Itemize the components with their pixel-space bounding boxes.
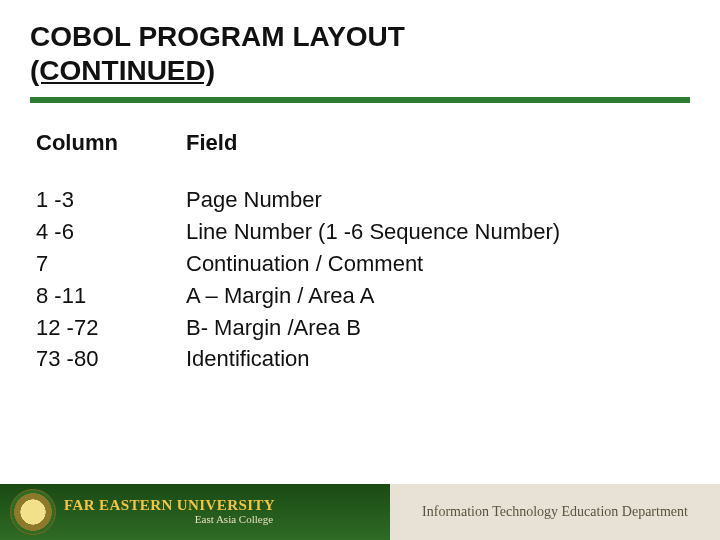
header-field: Field bbox=[186, 130, 666, 156]
layout-table: Column Field 1 -3 4 -6 7 8 -11 12 -72 73… bbox=[36, 130, 666, 375]
header-column: Column bbox=[36, 130, 186, 156]
field-values: Page Number Line Number (1 -6 Sequence N… bbox=[186, 184, 666, 375]
table-header-row: Column Field bbox=[36, 130, 666, 156]
university-name: FAR EASTERN UNIVERSITY bbox=[64, 498, 275, 514]
university-name-block: FAR EASTERN UNIVERSITY East Asia College bbox=[64, 498, 275, 525]
footer-left: FAR EASTERN UNIVERSITY East Asia College bbox=[0, 484, 400, 540]
title-line-1: COBOL PROGRAM LAYOUT bbox=[30, 21, 405, 52]
footer-right: Information Technology Education Departm… bbox=[390, 484, 720, 540]
college-name: East Asia College bbox=[64, 514, 275, 526]
university-seal-icon bbox=[10, 489, 56, 535]
column-values: 1 -3 4 -6 7 8 -11 12 -72 73 -80 bbox=[36, 184, 186, 375]
title-line-2: (CONTINUED) bbox=[30, 55, 215, 86]
table-body: 1 -3 4 -6 7 8 -11 12 -72 73 -80 Page Num… bbox=[36, 184, 666, 375]
department-name: Information Technology Education Departm… bbox=[422, 504, 688, 520]
slide: COBOL PROGRAM LAYOUT (CONTINUED) Column … bbox=[0, 0, 720, 540]
title-underline-bar bbox=[30, 97, 690, 103]
slide-title: COBOL PROGRAM LAYOUT (CONTINUED) bbox=[30, 20, 405, 87]
